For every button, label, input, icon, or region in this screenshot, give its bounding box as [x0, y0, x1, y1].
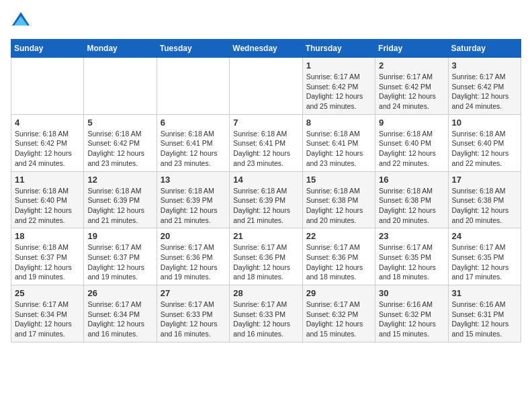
day-number: 3 [452, 60, 517, 71]
calendar-week-row: 18Sunrise: 6:18 AM Sunset: 6:37 PM Dayli… [11, 228, 521, 285]
calendar-cell [157, 58, 229, 115]
day-number: 28 [233, 288, 298, 298]
day-info: Sunrise: 6:17 AM Sunset: 6:36 PM Dayligh… [233, 242, 298, 282]
day-number: 15 [306, 175, 371, 185]
calendar-cell [84, 58, 157, 115]
day-info: Sunrise: 6:18 AM Sunset: 6:38 PM Dayligh… [452, 186, 517, 226]
calendar-cell: 31Sunrise: 6:16 AM Sunset: 6:31 PM Dayli… [448, 285, 521, 342]
col-header-thursday: Thursday [302, 40, 375, 58]
day-number: 4 [15, 118, 80, 128]
calendar-cell: 20Sunrise: 6:17 AM Sunset: 6:36 PM Dayli… [157, 228, 229, 285]
calendar-cell: 12Sunrise: 6:18 AM Sunset: 6:39 PM Dayli… [84, 171, 157, 228]
day-info: Sunrise: 6:18 AM Sunset: 6:39 PM Dayligh… [161, 186, 226, 226]
day-number: 31 [452, 288, 517, 298]
day-info: Sunrise: 6:16 AM Sunset: 6:32 PM Dayligh… [379, 300, 444, 339]
calendar-cell: 11Sunrise: 6:18 AM Sunset: 6:40 PM Dayli… [11, 171, 84, 228]
col-header-sunday: Sunday [11, 40, 84, 58]
day-number: 10 [452, 118, 517, 128]
calendar-week-row: 11Sunrise: 6:18 AM Sunset: 6:40 PM Dayli… [11, 171, 521, 228]
day-info: Sunrise: 6:18 AM Sunset: 6:40 PM Dayligh… [452, 129, 517, 169]
col-header-monday: Monday [84, 40, 157, 58]
calendar-week-row: 4Sunrise: 6:18 AM Sunset: 6:42 PM Daylig… [11, 114, 521, 171]
col-header-wednesday: Wednesday [230, 40, 302, 58]
day-number: 13 [161, 175, 226, 185]
day-info: Sunrise: 6:17 AM Sunset: 6:33 PM Dayligh… [233, 300, 298, 339]
calendar-week-row: 25Sunrise: 6:17 AM Sunset: 6:34 PM Dayli… [11, 285, 521, 342]
calendar-cell [11, 58, 84, 115]
day-info: Sunrise: 6:18 AM Sunset: 6:39 PM Dayligh… [87, 186, 152, 226]
calendar-week-row: 1Sunrise: 6:17 AM Sunset: 6:42 PM Daylig… [11, 58, 521, 115]
calendar-cell: 15Sunrise: 6:18 AM Sunset: 6:38 PM Dayli… [302, 171, 375, 228]
day-number: 19 [87, 231, 152, 241]
calendar-cell: 3Sunrise: 6:17 AM Sunset: 6:42 PM Daylig… [448, 58, 521, 115]
calendar-cell: 18Sunrise: 6:18 AM Sunset: 6:37 PM Dayli… [11, 228, 84, 285]
calendar-cell: 14Sunrise: 6:18 AM Sunset: 6:39 PM Dayli… [230, 171, 302, 228]
day-number: 14 [233, 175, 298, 185]
day-info: Sunrise: 6:18 AM Sunset: 6:40 PM Dayligh… [15, 186, 80, 226]
calendar-cell: 1Sunrise: 6:17 AM Sunset: 6:42 PM Daylig… [302, 58, 375, 115]
day-info: Sunrise: 6:17 AM Sunset: 6:34 PM Dayligh… [87, 300, 152, 339]
calendar-cell: 2Sunrise: 6:17 AM Sunset: 6:42 PM Daylig… [375, 58, 448, 115]
calendar-cell: 26Sunrise: 6:17 AM Sunset: 6:34 PM Dayli… [84, 285, 157, 342]
day-number: 21 [233, 231, 298, 241]
calendar-cell: 24Sunrise: 6:17 AM Sunset: 6:35 PM Dayli… [448, 228, 521, 285]
calendar-cell: 23Sunrise: 6:17 AM Sunset: 6:35 PM Dayli… [375, 228, 448, 285]
day-info: Sunrise: 6:18 AM Sunset: 6:42 PM Dayligh… [87, 129, 152, 169]
calendar-cell: 6Sunrise: 6:18 AM Sunset: 6:41 PM Daylig… [157, 114, 229, 171]
day-number: 24 [452, 231, 517, 241]
calendar-cell: 21Sunrise: 6:17 AM Sunset: 6:36 PM Dayli… [230, 228, 302, 285]
day-number: 20 [161, 231, 226, 241]
day-info: Sunrise: 6:18 AM Sunset: 6:37 PM Dayligh… [15, 242, 80, 282]
calendar-cell: 17Sunrise: 6:18 AM Sunset: 6:38 PM Dayli… [448, 171, 521, 228]
calendar-cell: 30Sunrise: 6:16 AM Sunset: 6:32 PM Dayli… [375, 285, 448, 342]
calendar-cell: 25Sunrise: 6:17 AM Sunset: 6:34 PM Dayli… [11, 285, 84, 342]
day-number: 29 [306, 288, 371, 298]
day-info: Sunrise: 6:17 AM Sunset: 6:33 PM Dayligh… [161, 300, 226, 339]
calendar-cell: 5Sunrise: 6:18 AM Sunset: 6:42 PM Daylig… [84, 114, 157, 171]
day-info: Sunrise: 6:18 AM Sunset: 6:38 PM Dayligh… [379, 186, 444, 226]
calendar-cell: 4Sunrise: 6:18 AM Sunset: 6:42 PM Daylig… [11, 114, 84, 171]
day-number: 27 [161, 288, 226, 298]
day-number: 6 [161, 118, 226, 128]
day-number: 5 [87, 118, 152, 128]
day-info: Sunrise: 6:18 AM Sunset: 6:40 PM Dayligh… [379, 129, 444, 169]
day-info: Sunrise: 6:17 AM Sunset: 6:32 PM Dayligh… [306, 300, 371, 339]
day-number: 16 [379, 175, 444, 185]
calendar-cell: 7Sunrise: 6:18 AM Sunset: 6:41 PM Daylig… [230, 114, 302, 171]
day-info: Sunrise: 6:18 AM Sunset: 6:42 PM Dayligh… [15, 129, 80, 169]
logo [11, 11, 34, 31]
calendar-table: SundayMondayTuesdayWednesdayThursdayFrid… [11, 39, 521, 342]
day-number: 9 [379, 118, 444, 128]
day-number: 26 [87, 288, 152, 298]
day-number: 8 [306, 118, 371, 128]
col-header-tuesday: Tuesday [157, 40, 229, 58]
day-info: Sunrise: 6:17 AM Sunset: 6:35 PM Dayligh… [452, 242, 517, 282]
page-header [11, 11, 521, 31]
calendar-cell: 13Sunrise: 6:18 AM Sunset: 6:39 PM Dayli… [157, 171, 229, 228]
day-info: Sunrise: 6:17 AM Sunset: 6:34 PM Dayligh… [15, 300, 80, 339]
calendar-header-row: SundayMondayTuesdayWednesdayThursdayFrid… [11, 40, 521, 58]
day-number: 1 [306, 60, 371, 71]
day-number: 30 [379, 288, 444, 298]
day-number: 18 [15, 231, 80, 241]
logo-icon [11, 11, 31, 31]
day-info: Sunrise: 6:18 AM Sunset: 6:38 PM Dayligh… [306, 186, 371, 226]
calendar-cell: 9Sunrise: 6:18 AM Sunset: 6:40 PM Daylig… [375, 114, 448, 171]
day-number: 11 [15, 175, 80, 185]
day-info: Sunrise: 6:17 AM Sunset: 6:35 PM Dayligh… [379, 242, 444, 282]
calendar-cell: 27Sunrise: 6:17 AM Sunset: 6:33 PM Dayli… [157, 285, 229, 342]
day-info: Sunrise: 6:18 AM Sunset: 6:41 PM Dayligh… [306, 129, 371, 169]
day-info: Sunrise: 6:16 AM Sunset: 6:31 PM Dayligh… [452, 300, 517, 339]
calendar-cell: 8Sunrise: 6:18 AM Sunset: 6:41 PM Daylig… [302, 114, 375, 171]
day-info: Sunrise: 6:17 AM Sunset: 6:36 PM Dayligh… [306, 242, 371, 282]
day-info: Sunrise: 6:17 AM Sunset: 6:36 PM Dayligh… [161, 242, 226, 282]
col-header-friday: Friday [375, 40, 448, 58]
day-number: 12 [87, 175, 152, 185]
day-number: 17 [452, 175, 517, 185]
day-number: 25 [15, 288, 80, 298]
day-info: Sunrise: 6:17 AM Sunset: 6:42 PM Dayligh… [306, 72, 371, 111]
day-info: Sunrise: 6:17 AM Sunset: 6:42 PM Dayligh… [379, 72, 444, 111]
day-number: 2 [379, 60, 444, 71]
day-info: Sunrise: 6:17 AM Sunset: 6:42 PM Dayligh… [452, 72, 517, 111]
calendar-cell: 16Sunrise: 6:18 AM Sunset: 6:38 PM Dayli… [375, 171, 448, 228]
